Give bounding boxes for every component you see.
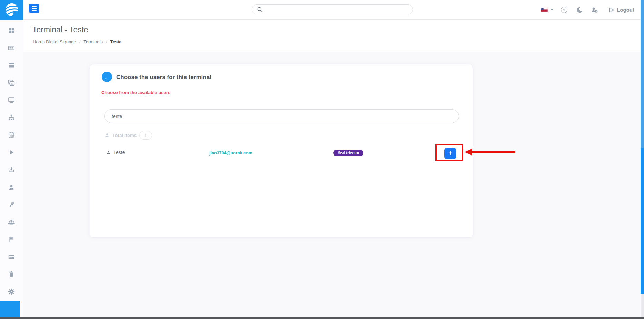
trash-icon (8, 271, 15, 278)
sidebar-item-download[interactable] (0, 161, 23, 179)
download-icon (8, 166, 15, 173)
flag-icon (8, 236, 15, 243)
app-logo[interactable] (0, 0, 23, 20)
dashboard-icon (8, 27, 15, 34)
breadcrumb-home[interactable]: Horus Digital Signage (33, 39, 76, 44)
card-heading: Choose the users for this terminal (116, 74, 211, 81)
user-icon (104, 133, 110, 138)
menu-icon (32, 6, 37, 7)
breadcrumb-separator: / (106, 39, 107, 44)
total-items-label: Total items (112, 133, 137, 138)
sidebar-item-play[interactable] (0, 144, 23, 161)
arrow-left-icon: ← (104, 74, 110, 80)
menu-toggle-button[interactable] (29, 4, 39, 13)
breadcrumb-terminals[interactable]: Terminals (83, 39, 103, 44)
user-filter-input[interactable] (104, 109, 459, 123)
users-icon (8, 219, 15, 226)
user-settings-icon (591, 7, 599, 13)
account-settings-button[interactable] (591, 7, 599, 13)
calendar-icon (8, 131, 15, 138)
monitor-icon (8, 97, 15, 103)
bottom-edge-strip (0, 317, 644, 319)
global-search-input[interactable] (265, 7, 409, 12)
sidebar-item-sitemap[interactable] (0, 109, 23, 127)
global-search (252, 4, 413, 14)
logout-button[interactable]: Logout (608, 7, 634, 13)
breadcrumb-separator: / (79, 39, 81, 44)
breadcrumb-current: Teste (110, 39, 122, 44)
user-name-group: Teste (106, 150, 125, 155)
sidebar-item-user[interactable] (0, 179, 23, 196)
choose-users-card: ← Choose the users for this terminal Cho… (90, 64, 473, 238)
page-header: Terminal - Teste Horus Digital Signage /… (23, 20, 641, 52)
sidebar-item-dashboard[interactable] (0, 22, 23, 39)
total-items-count-badge: 1 (139, 131, 152, 140)
card-subheading: Choose from the available users (101, 90, 170, 95)
key-icon (8, 201, 15, 208)
sidebar-item-credit-card[interactable] (0, 248, 23, 266)
annotation-arrow (472, 151, 515, 153)
sidebar-item-flag[interactable] (0, 231, 23, 248)
us-flag-icon (541, 8, 548, 12)
logout-icon (608, 7, 614, 13)
user-name: Teste (113, 150, 125, 155)
annotation-highlight-box (435, 144, 463, 161)
settings-icon (8, 288, 15, 295)
user-icon (8, 184, 15, 191)
page-title: Terminal - Teste (32, 25, 88, 34)
play-icon (8, 149, 15, 156)
sitemap-icon (8, 114, 15, 121)
company-badge: Seal telecom (333, 150, 363, 156)
total-items-summary: Total items 1 (104, 131, 152, 140)
sidebar-item-key[interactable] (0, 196, 23, 213)
images-icon (8, 79, 15, 86)
sidebar-item-trash[interactable] (0, 266, 23, 283)
user-email-link[interactable]: jiao3704@uorak.com (209, 151, 252, 156)
sidebar-item-wallet[interactable] (0, 57, 23, 74)
sidebar-menu (0, 20, 23, 300)
help-button[interactable]: ? (561, 7, 567, 13)
chevron-down-icon (551, 9, 553, 11)
user-list-item: Teste jiao3704@uorak.com Seal telecom + (90, 146, 473, 161)
moon-icon (576, 7, 583, 13)
dark-mode-toggle[interactable] (576, 7, 583, 13)
sidebar-item-news[interactable] (0, 39, 23, 57)
news-icon (8, 44, 15, 51)
sidebar-item-users[interactable] (0, 213, 23, 231)
annotation-arrow-head (465, 149, 472, 156)
scrollbar-thumb[interactable] (641, 0, 644, 148)
help-icon: ? (563, 8, 565, 12)
page-scrollbar[interactable] (641, 0, 644, 317)
topbar-actions: ? (541, 0, 634, 20)
sidebar (0, 20, 23, 319)
scrollbar-footer (641, 294, 644, 317)
sidebar-item-terminals[interactable] (0, 91, 23, 109)
sidebar-item-images[interactable] (0, 74, 23, 92)
eagle-logo-icon (0, 0, 23, 20)
sidebar-bottom-block (0, 301, 20, 317)
breadcrumb: Horus Digital Signage / Terminals / Test… (33, 39, 122, 44)
sidebar-item-settings[interactable] (0, 283, 23, 301)
back-button[interactable]: ← (102, 72, 112, 82)
language-selector[interactable] (541, 8, 553, 12)
wallet-icon (8, 62, 15, 69)
user-icon (106, 150, 111, 155)
sidebar-item-calendar[interactable] (0, 126, 23, 144)
search-icon (257, 7, 263, 12)
logout-label: Logout (617, 7, 634, 13)
credit-card-icon (8, 253, 15, 260)
top-bar: ? (0, 0, 644, 20)
